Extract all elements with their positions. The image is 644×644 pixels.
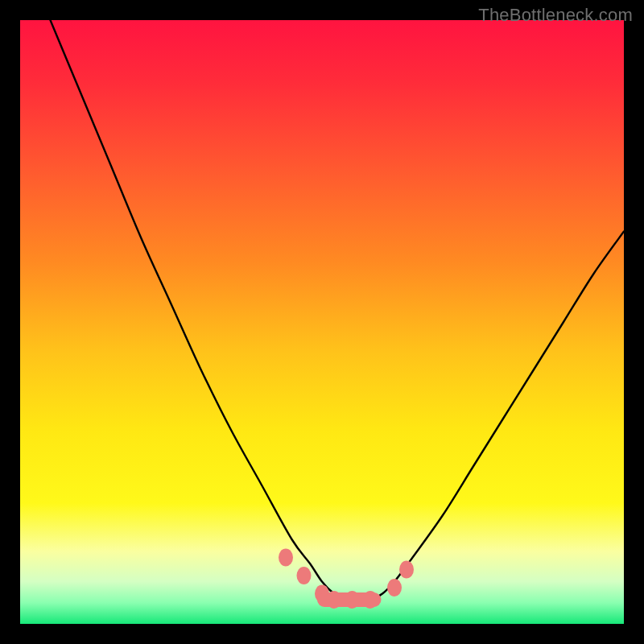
highlight-marker: [399, 561, 414, 579]
chart-plot-area: [20, 20, 624, 624]
highlight-marker: [387, 579, 402, 597]
highlight-marker: [279, 549, 293, 567]
highlight-marker-pill: [317, 592, 382, 607]
bottleneck-chart: [20, 20, 624, 624]
watermark-text: TheBottleneck.com: [478, 5, 633, 26]
highlight-marker: [297, 567, 312, 584]
gradient-background: [20, 20, 624, 624]
